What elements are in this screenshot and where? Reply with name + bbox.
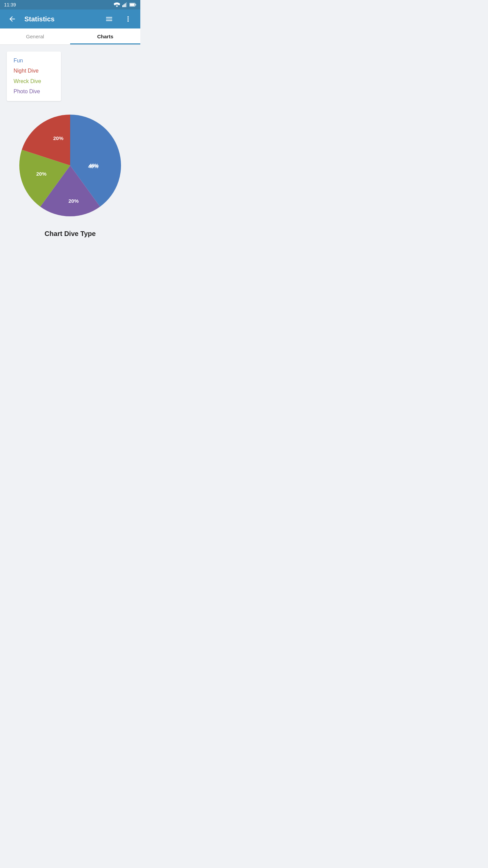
legend-item-fun: Fun: [14, 57, 54, 64]
battery-icon: [129, 3, 136, 7]
svg-rect-5: [135, 4, 136, 6]
svg-rect-6: [130, 4, 135, 6]
legend-item-wreck-dive: Wreck Dive: [14, 78, 54, 85]
back-arrow-icon: [8, 15, 16, 23]
app-bar: Statistics: [0, 9, 140, 28]
label-wreck-dive-pct: 20%: [36, 171, 46, 177]
wifi-icon: [114, 2, 120, 7]
status-icons: [114, 2, 136, 7]
tab-general[interactable]: General: [0, 28, 70, 44]
signal-icon: [122, 2, 127, 7]
hamburger-menu-icon: [105, 15, 113, 23]
tabs-container: General Charts: [0, 28, 140, 45]
legend-item-night-dive: Night Dive: [14, 67, 54, 75]
chart-container: 40% 40% 20% 20% 20% Chart Dive Type: [7, 111, 134, 238]
status-time: 11:39: [4, 2, 16, 7]
page-title: Statistics: [24, 15, 97, 23]
menu-button[interactable]: [102, 12, 116, 26]
pie-chart: 40% 40% 20% 20% 20%: [16, 111, 124, 220]
status-bar: 11:39: [0, 0, 140, 9]
tab-charts[interactable]: Charts: [70, 28, 140, 44]
content-area: Fun Night Dive Wreck Dive Photo Dive: [0, 45, 140, 304]
back-button[interactable]: [5, 12, 19, 26]
svg-rect-0: [122, 5, 123, 7]
svg-rect-3: [126, 2, 127, 7]
chart-legend: Fun Night Dive Wreck Dive Photo Dive: [7, 52, 61, 101]
more-button[interactable]: [121, 12, 135, 26]
label-photo-dive-pct: 20%: [53, 135, 63, 141]
label-night-dive-pct: 20%: [68, 198, 79, 204]
svg-rect-1: [124, 4, 125, 7]
legend-item-photo-dive: Photo Dive: [14, 88, 54, 95]
svg-rect-2: [125, 3, 126, 7]
label-fun-pct: 40%: [88, 163, 98, 169]
more-vertical-icon: [124, 15, 132, 23]
chart-title: Chart Dive Type: [45, 230, 96, 238]
